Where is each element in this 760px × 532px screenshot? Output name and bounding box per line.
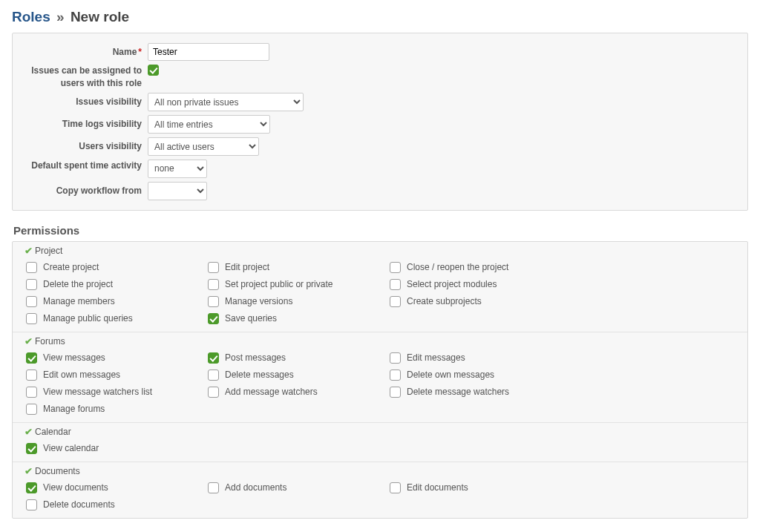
permission-item[interactable]: Edit documents	[390, 482, 571, 493]
check-icon: ✔	[24, 246, 33, 256]
breadcrumb-root[interactable]: Roles	[12, 9, 50, 24]
permission-item[interactable]: Save queries	[208, 313, 390, 324]
issues-visibility-select[interactable]: All non private issues	[148, 93, 304, 111]
permission-item[interactable]: Add message watchers	[208, 387, 390, 398]
default-activity-label: Default spent time activity	[22, 160, 148, 172]
permission-label: Manage public queries	[43, 313, 133, 324]
role-settings-box: Name* Issues can be assigned to users wi…	[12, 33, 748, 211]
permissions-box: ✔ProjectCreate projectEdit projectClose …	[12, 241, 748, 519]
permission-checkbox[interactable]	[26, 370, 37, 381]
permission-checkbox[interactable]	[208, 279, 219, 290]
permission-label: Edit own messages	[43, 370, 120, 380]
permission-item[interactable]: Post messages	[208, 352, 390, 364]
permission-checkbox[interactable]	[26, 482, 37, 493]
permission-item[interactable]: Edit own messages	[26, 370, 208, 381]
permission-item[interactable]: Close / reopen the project	[390, 262, 571, 273]
assignable-label: Issues can be assigned to users with thi…	[22, 65, 148, 90]
permission-checkbox[interactable]	[208, 352, 219, 364]
permission-label: Manage members	[43, 296, 115, 306]
permission-checkbox[interactable]	[208, 262, 219, 273]
permission-checkbox[interactable]	[390, 262, 401, 273]
permission-label: Delete messages	[225, 370, 294, 380]
permission-checkbox[interactable]	[26, 296, 37, 307]
permission-group-header[interactable]: ✔Documents	[13, 462, 747, 478]
permission-checkbox[interactable]	[390, 482, 401, 493]
assignable-checkbox[interactable]	[148, 65, 159, 76]
name-input[interactable]	[148, 43, 269, 61]
permission-grid: View messagesPost messagesEdit messagesE…	[13, 348, 747, 418]
check-icon: ✔	[24, 466, 33, 476]
permission-checkbox[interactable]	[208, 387, 219, 398]
permission-item[interactable]: Delete messages	[208, 370, 390, 381]
permission-group-header[interactable]: ✔Forums	[13, 332, 747, 348]
permission-group-header[interactable]: ✔Calendar	[13, 423, 747, 439]
permission-item[interactable]: Manage members	[26, 296, 208, 307]
permission-item[interactable]: View documents	[26, 482, 208, 493]
permission-item[interactable]: View message watchers list	[26, 387, 208, 398]
permission-item[interactable]: Create subprojects	[390, 296, 571, 307]
permission-checkbox[interactable]	[26, 279, 37, 290]
permission-checkbox[interactable]	[26, 387, 37, 398]
permission-item[interactable]: Delete message watchers	[390, 387, 571, 398]
permission-label: Create subprojects	[407, 296, 482, 306]
page-title: Roles » New role	[12, 9, 748, 25]
permission-item[interactable]: Delete own messages	[390, 370, 571, 381]
permission-checkbox[interactable]	[26, 352, 37, 364]
permission-grid: View calendar	[13, 439, 747, 457]
permission-item[interactable]: Manage forums	[26, 404, 208, 415]
permission-label: Post messages	[225, 352, 286, 363]
permissions-heading: Permissions	[13, 224, 748, 237]
permission-item[interactable]: Manage public queries	[26, 313, 208, 324]
permission-label: Add message watchers	[225, 387, 318, 397]
permission-item[interactable]: View calendar	[26, 443, 208, 454]
permission-checkbox[interactable]	[390, 387, 401, 398]
permission-group: ✔CalendarView calendar	[13, 422, 747, 462]
permission-label: View message watchers list	[43, 387, 152, 397]
permission-item[interactable]: View messages	[26, 352, 208, 364]
name-label: Name*	[22, 46, 148, 59]
permission-checkbox[interactable]	[390, 352, 401, 364]
check-icon: ✔	[24, 427, 33, 437]
permission-label: View documents	[43, 482, 108, 493]
permission-checkbox[interactable]	[208, 313, 219, 324]
permission-label: Delete documents	[43, 499, 115, 510]
permission-item[interactable]: Add documents	[208, 482, 390, 493]
permission-checkbox[interactable]	[390, 279, 401, 290]
permission-checkbox[interactable]	[208, 370, 219, 381]
permission-item[interactable]: Create project	[26, 262, 208, 273]
permission-group-name: Documents	[35, 466, 80, 476]
permission-grid: Create projectEdit projectClose / reopen…	[13, 257, 747, 327]
default-activity-select[interactable]: none	[148, 160, 207, 178]
users-visibility-select[interactable]: All active users	[148, 137, 259, 156]
permission-item[interactable]: Set project public or private	[208, 279, 390, 290]
copy-workflow-select[interactable]	[148, 182, 207, 200]
permission-item[interactable]: Delete documents	[26, 499, 208, 510]
permission-label: Delete own messages	[407, 370, 494, 380]
permission-label: Delete the project	[43, 279, 113, 289]
permission-group-header[interactable]: ✔Project	[13, 242, 747, 257]
permission-checkbox[interactable]	[26, 313, 37, 324]
permission-checkbox[interactable]	[390, 296, 401, 307]
permission-checkbox[interactable]	[208, 296, 219, 307]
permission-checkbox[interactable]	[208, 482, 219, 493]
permission-checkbox[interactable]	[26, 443, 37, 454]
permission-label: Edit documents	[407, 482, 468, 493]
permission-checkbox[interactable]	[26, 404, 37, 415]
permission-checkbox[interactable]	[26, 499, 37, 510]
permission-label: Manage forums	[43, 404, 105, 414]
breadcrumb-current: New role	[71, 9, 129, 24]
permission-item[interactable]: Edit project	[208, 262, 390, 273]
permission-group-name: Project	[35, 246, 62, 256]
permission-item[interactable]: Select project modules	[390, 279, 571, 290]
permission-item[interactable]: Edit messages	[390, 352, 571, 364]
permission-item[interactable]: Manage versions	[208, 296, 390, 307]
permission-checkbox[interactable]	[26, 262, 37, 273]
permission-label: View calendar	[43, 443, 99, 453]
permission-grid: View documentsAdd documentsEdit document…	[13, 478, 747, 513]
permission-item[interactable]: Delete the project	[26, 279, 208, 290]
permission-group: ✔ProjectCreate projectEdit projectClose …	[13, 242, 747, 332]
permission-label: Edit project	[225, 262, 269, 272]
permission-checkbox[interactable]	[390, 370, 401, 381]
time-visibility-select[interactable]: All time entries	[148, 115, 270, 134]
permission-group: ✔DocumentsView documentsAdd documentsEdi…	[13, 462, 747, 518]
